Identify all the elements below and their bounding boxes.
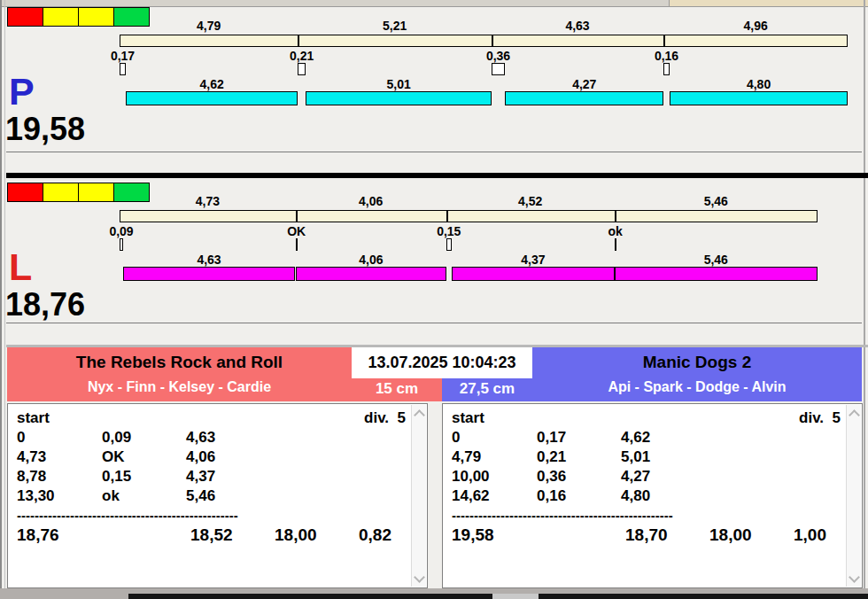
- split-total-bar: [120, 210, 818, 222]
- table-total-value: 1,00: [794, 525, 826, 545]
- scroll-down-button[interactable]: [412, 571, 426, 587]
- datetime-display: 13.07.2025 10:04:23: [352, 347, 532, 378]
- table-cell: 14,62: [452, 487, 490, 505]
- team-left-name: The Rebels Rock and Roll: [7, 353, 352, 372]
- exchange-indicator-box: [492, 63, 505, 75]
- table-separator-dashes: ----------------------------------------…: [17, 508, 238, 523]
- status-light: [78, 183, 114, 202]
- run-time-label: 5,01: [387, 77, 411, 91]
- status-light: [43, 7, 79, 27]
- split-time-label: 4,63: [565, 19, 589, 33]
- run-time-label: 4,27: [572, 77, 596, 91]
- team-right-results-table: start div. 5 ---------------------------…: [442, 403, 863, 588]
- taskbar-fragment-notch: [492, 594, 539, 599]
- table-cell: 4,79: [452, 448, 481, 466]
- bar-segment-divider: [615, 211, 616, 222]
- panel-l-bottom-border: [6, 323, 862, 323]
- split-time-label: 5,21: [383, 19, 407, 33]
- table-cell: 0,09: [102, 429, 131, 447]
- exchange-time-label: 0,09: [109, 224, 133, 238]
- split-time-label: 4,73: [196, 194, 220, 208]
- table-total-value: 19,58: [452, 525, 494, 545]
- dog-run-bar-segment: [670, 91, 849, 105]
- table-cell: ok: [102, 487, 120, 505]
- scroll-up-button[interactable]: [412, 405, 426, 421]
- table-cell: 8,78: [17, 468, 46, 486]
- bar-segment-divider: [296, 211, 298, 222]
- table-cell: 0,21: [537, 448, 566, 466]
- split-time-label: 5,46: [704, 194, 728, 208]
- table-division-label: div. 5: [799, 409, 841, 427]
- table-header-start: start: [17, 409, 50, 427]
- lane-letter: P: [9, 73, 35, 111]
- status-light: [113, 183, 150, 202]
- table-cell: 4,27: [621, 468, 650, 486]
- dog-run-bar-segment: [452, 267, 615, 281]
- exchange-ok-tick: [615, 238, 616, 251]
- bar-segment-divider: [446, 211, 448, 222]
- bar-segment-divider: [663, 35, 665, 46]
- split-total-bar: [120, 35, 848, 47]
- lane-separator-bar: [6, 173, 868, 178]
- exchange-time-label: 0,21: [290, 49, 314, 63]
- table-cell: 0,16: [537, 487, 566, 505]
- team-left-members: Nyx - Finn - Kelsey - Cardie: [7, 379, 352, 395]
- run-time-label: 4,80: [747, 77, 771, 91]
- relay-panel-p: 4,795,214,634,960,170,210,360,164,625,01…: [0, 7, 868, 152]
- run-time-label: 4,63: [197, 253, 221, 267]
- lane-total-time: 19,58: [5, 113, 85, 145]
- table-cell: 0: [17, 429, 25, 447]
- exchange-indicator-box: [120, 238, 123, 251]
- table-cell: 10,00: [452, 468, 490, 486]
- dog-run-bar-segment: [126, 91, 298, 105]
- table-cell: 13,30: [17, 487, 55, 505]
- team-right-members: Api - Spark - Dodge - Alvin: [532, 379, 862, 395]
- table-cell: 4,80: [621, 487, 650, 505]
- table-cell: 0,15: [102, 468, 131, 486]
- exchange-time-label: 0,16: [655, 49, 678, 63]
- status-light: [78, 7, 114, 27]
- split-time-label: 4,79: [197, 19, 221, 33]
- exchange-time-label: OK: [287, 224, 306, 238]
- run-time-label: 5,46: [704, 253, 728, 267]
- scroll-up-button[interactable]: [847, 405, 861, 421]
- table-total-value: 18,76: [17, 525, 59, 545]
- split-time-label: 4,52: [518, 194, 542, 208]
- table-cell: 4,62: [621, 429, 650, 447]
- scroll-down-button[interactable]: [847, 571, 861, 587]
- status-light: [7, 7, 43, 27]
- chevron-up-icon: [414, 409, 425, 421]
- table-header-start: start: [452, 409, 484, 427]
- table-cell: 0,17: [537, 429, 566, 447]
- dog-run-bar-segment: [505, 91, 663, 105]
- table-total-value: 18,00: [275, 525, 317, 545]
- table-separator-dashes: ----------------------------------------…: [452, 508, 673, 523]
- exchange-time-label: 0,15: [437, 224, 461, 238]
- dog-run-bar-segment: [615, 267, 818, 281]
- exchange-time-label: ok: [608, 224, 622, 238]
- table-cell: 4,73: [17, 448, 46, 466]
- exchange-indicator-box: [446, 238, 452, 251]
- exchange-time-label: 0,17: [111, 49, 135, 63]
- lane-total-time: 18,76: [5, 289, 85, 321]
- table-cell: 4,06: [186, 448, 215, 466]
- table-right-scrollbar[interactable]: [846, 405, 861, 587]
- table-division-label: div. 5: [364, 409, 406, 427]
- table-total-value: 18,70: [625, 525, 668, 545]
- table-total-value: 18,52: [190, 525, 233, 545]
- bar-segment-divider: [298, 35, 299, 46]
- table-cell: 5,46: [186, 487, 215, 505]
- status-light: [113, 7, 150, 27]
- table-cell: 4,63: [186, 429, 215, 447]
- table-total-value: 0,82: [359, 525, 391, 545]
- table-cell: OK: [102, 448, 125, 466]
- exchange-indicator-box: [663, 63, 670, 75]
- exchange-ok-tick: [296, 238, 298, 251]
- status-light: [7, 183, 43, 202]
- table-left-scrollbar[interactable]: [411, 405, 426, 587]
- relay-panel-l: 4,734,064,525,460,09OK0,15ok4,634,064,37…: [0, 183, 868, 328]
- team-left-height-class: 15 cm: [352, 378, 442, 401]
- exchange-indicator-box: [298, 63, 306, 75]
- table-cell: 5,01: [621, 448, 650, 466]
- split-time-label: 4,96: [744, 19, 768, 33]
